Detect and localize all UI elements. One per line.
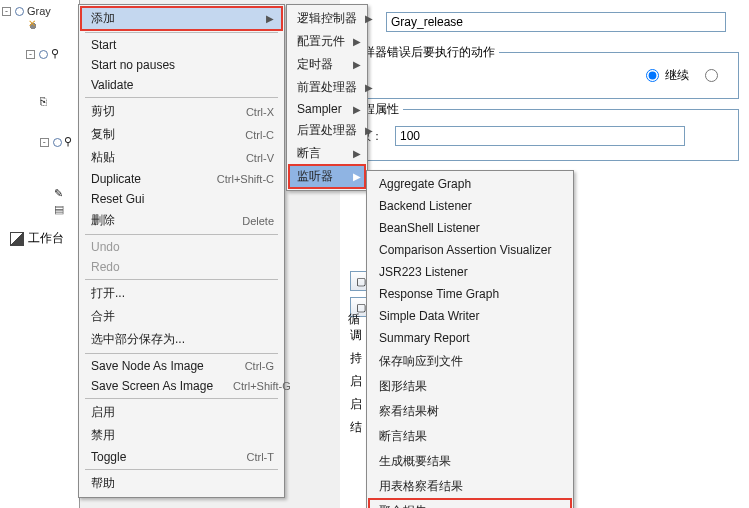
menu-reset-label: Reset Gui bbox=[91, 192, 144, 206]
pencil-icon: ✎ bbox=[54, 187, 68, 201]
menu-enable[interactable]: 启用 bbox=[81, 401, 282, 424]
submenu-timer[interactable]: 定时器▶ bbox=[289, 53, 365, 76]
continue-label: 继续 bbox=[665, 67, 689, 84]
listener-view-results-tree[interactable]: 察看结果树 bbox=[369, 399, 571, 424]
menu-open[interactable]: 打开... bbox=[81, 282, 282, 305]
tree-node-leaf[interactable]: ✎ bbox=[40, 186, 77, 202]
menu-validate[interactable]: Validate bbox=[81, 75, 282, 95]
beaker-icon: ⚲ bbox=[64, 135, 77, 149]
menu-separator bbox=[85, 97, 278, 98]
listener-response-time-graph[interactable]: Response Time Graph bbox=[369, 283, 571, 305]
menu-start-no-pauses-label: Start no pauses bbox=[91, 58, 175, 72]
menu-merge[interactable]: 合并 bbox=[81, 305, 282, 328]
listener-label: Summary Report bbox=[379, 331, 470, 345]
collapse-icon[interactable]: - bbox=[40, 138, 49, 147]
submenu-config-element[interactable]: 配置元件▶ bbox=[289, 30, 365, 53]
listener-label: 聚合报告 bbox=[379, 503, 427, 508]
submenu-sampler[interactable]: Sampler▶ bbox=[289, 99, 365, 119]
listener-label: 生成概要结果 bbox=[379, 453, 451, 470]
other-radio[interactable] bbox=[705, 69, 718, 82]
menu-delete-label: 删除 bbox=[91, 212, 115, 229]
menu-start[interactable]: Start bbox=[81, 35, 282, 55]
submenu-post-processor[interactable]: 后置处理器▶ bbox=[289, 119, 365, 142]
continue-radio[interactable] bbox=[646, 69, 659, 82]
node-dot-icon bbox=[52, 137, 61, 147]
shortcut-label: Ctrl+Shift-G bbox=[233, 380, 291, 392]
node-dot-icon bbox=[14, 6, 24, 16]
submenu-sampler-label: Sampler bbox=[297, 102, 342, 116]
end-label: 结 bbox=[350, 419, 362, 436]
collapse-icon[interactable]: - bbox=[26, 50, 35, 59]
tree-node-leaf[interactable]: ⎘ bbox=[40, 94, 77, 110]
submenu-pre-processor[interactable]: 前置处理器▶ bbox=[289, 76, 365, 99]
listener-assertion-results[interactable]: 断言结果 bbox=[369, 424, 571, 449]
menu-copy[interactable]: 复制Ctrl-C bbox=[81, 123, 282, 146]
menu-cut-label: 剪切 bbox=[91, 103, 115, 120]
menu-duplicate[interactable]: DuplicateCtrl+Shift-C bbox=[81, 169, 282, 189]
listener-backend[interactable]: Backend Listener bbox=[369, 195, 571, 217]
listener-label: 察看结果树 bbox=[379, 403, 439, 420]
menu-save-screen-label: Save Screen As Image bbox=[91, 379, 213, 393]
menu-save-screen-image[interactable]: Save Screen As ImageCtrl+Shift-G bbox=[81, 376, 282, 396]
chevron-right-icon: ▶ bbox=[365, 82, 373, 93]
listener-generate-summary[interactable]: 生成概要结果 bbox=[369, 449, 571, 474]
chevron-right-icon: ▶ bbox=[266, 13, 274, 24]
menu-save-node-image[interactable]: Save Node As ImageCtrl-G bbox=[81, 356, 282, 376]
item-icon: ⎘ bbox=[40, 95, 54, 109]
collapse-icon[interactable]: - bbox=[2, 7, 11, 16]
submenu-config-label: 配置元件 bbox=[297, 33, 345, 50]
listener-comparison[interactable]: Comparison Assertion Visualizer bbox=[369, 239, 571, 261]
name-input[interactable] bbox=[386, 12, 726, 32]
listener-label: 保存响应到文件 bbox=[379, 353, 463, 370]
menu-help-label: 帮助 bbox=[91, 475, 115, 492]
listener-label: JSR223 Listener bbox=[379, 265, 468, 279]
shortcut-label: Ctrl-T bbox=[247, 451, 275, 463]
listener-label: BeanShell Listener bbox=[379, 221, 480, 235]
menu-separator bbox=[85, 469, 278, 470]
chevron-right-icon: ▶ bbox=[353, 36, 361, 47]
listener-beanshell[interactable]: BeanShell Listener bbox=[369, 217, 571, 239]
menu-add[interactable]: 添加 ▶ bbox=[81, 7, 282, 30]
menu-start-no-pauses[interactable]: Start no pauses bbox=[81, 55, 282, 75]
listener-simple-data-writer[interactable]: Simple Data Writer bbox=[369, 305, 571, 327]
tree-node-leaf[interactable] bbox=[40, 202, 77, 218]
menu-toggle[interactable]: ToggleCtrl-T bbox=[81, 447, 282, 467]
menu-help[interactable]: 帮助 bbox=[81, 472, 282, 495]
menu-copy-label: 复制 bbox=[91, 126, 115, 143]
menu-toggle-label: Toggle bbox=[91, 450, 126, 464]
menu-reset-gui[interactable]: Reset Gui bbox=[81, 189, 282, 209]
menu-add-label: 添加 bbox=[91, 10, 115, 27]
menu-delete[interactable]: 删除Delete bbox=[81, 209, 282, 232]
menu-redo: Redo bbox=[81, 257, 282, 277]
count-input[interactable] bbox=[395, 126, 685, 146]
name-field-row: ： bbox=[350, 12, 739, 32]
menu-redo-label: Redo bbox=[91, 260, 120, 274]
node-dot-icon bbox=[38, 49, 48, 59]
menu-save-selection[interactable]: 选中部分保存为... bbox=[81, 328, 282, 351]
listener-save-response-to-file[interactable]: 保存响应到文件 bbox=[369, 349, 571, 374]
listener-summary-report[interactable]: Summary Report bbox=[369, 327, 571, 349]
listener-graph-results[interactable]: 图形结果 bbox=[369, 374, 571, 399]
submenu-assertion[interactable]: 断言▶ bbox=[289, 142, 365, 165]
listener-jsr223[interactable]: JSR223 Listener bbox=[369, 261, 571, 283]
listener-label: 断言结果 bbox=[379, 428, 427, 445]
menu-save-node-label: Save Node As Image bbox=[91, 359, 204, 373]
menu-cut[interactable]: 剪切Ctrl-X bbox=[81, 100, 282, 123]
listener-submenu: Aggregate Graph Backend Listener BeanShe… bbox=[366, 170, 574, 508]
tree-node-child[interactable] bbox=[26, 18, 77, 34]
workbench-node[interactable]: 工作台 bbox=[10, 230, 64, 247]
tree-node-child[interactable]: - ⚲ bbox=[26, 46, 77, 62]
submenu-listener[interactable]: 监听器▶ bbox=[289, 165, 365, 188]
listener-label: 图形结果 bbox=[379, 378, 427, 395]
menu-paste[interactable]: 粘贴Ctrl-V bbox=[81, 146, 282, 169]
listener-label: Backend Listener bbox=[379, 199, 472, 213]
submenu-logic-controller[interactable]: 逻辑控制器▶ bbox=[289, 7, 365, 30]
tree-node-root[interactable]: - Gray bbox=[2, 4, 77, 18]
listener-aggregate-report[interactable]: 聚合报告 bbox=[369, 499, 571, 508]
chevron-right-icon: ▶ bbox=[365, 13, 373, 24]
tree-node-child[interactable]: - ⚲ bbox=[40, 134, 77, 150]
listener-view-results-table[interactable]: 用表格察看结果 bbox=[369, 474, 571, 499]
menu-disable[interactable]: 禁用 bbox=[81, 424, 282, 447]
shortcut-label: Ctrl-G bbox=[245, 360, 274, 372]
listener-aggregate-graph[interactable]: Aggregate Graph bbox=[369, 173, 571, 195]
